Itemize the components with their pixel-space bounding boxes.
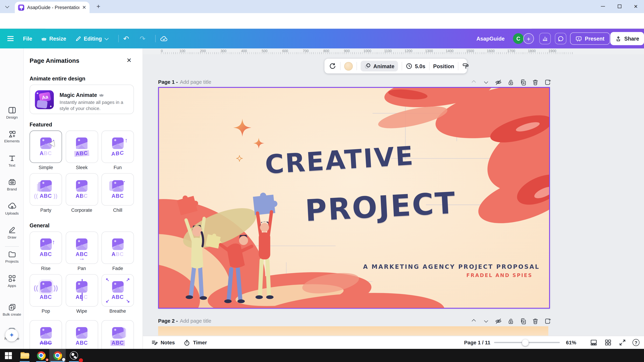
- position-button[interactable]: Position: [433, 63, 454, 69]
- new-tab-button[interactable]: +: [95, 3, 102, 10]
- animation-style-tile[interactable]: ABC Chill: [102, 173, 134, 212]
- animation-style-tile[interactable]: ABC: [30, 320, 62, 349]
- animation-style-tile[interactable]: ABC Rise: [30, 232, 62, 271]
- animation-style-tile[interactable]: ABC: [66, 320, 98, 349]
- timer-button[interactable]: Timer: [184, 336, 207, 349]
- zoom-level[interactable]: 61%: [566, 336, 576, 349]
- start-button[interactable]: [0, 349, 16, 362]
- sidebar-item-draw[interactable]: Draw: [0, 226, 24, 239]
- lock-page-icon[interactable]: [507, 318, 514, 325]
- clock-icon: [406, 63, 412, 69]
- redo-button[interactable]: ↷: [140, 29, 146, 48]
- page-indicator[interactable]: Page 1 / 11: [464, 336, 490, 349]
- account-name[interactable]: AsapGuide: [476, 29, 504, 48]
- sidebar-item-text[interactable]: Text: [0, 154, 24, 167]
- animation-style-tile[interactable]: ABC: [102, 320, 134, 349]
- paint-roller-icon[interactable]: [462, 62, 469, 70]
- menu-icon[interactable]: [7, 29, 14, 48]
- animation-style-icon: ABC: [102, 232, 134, 264]
- sidebar-item-uploads[interactable]: Uploads: [0, 202, 24, 215]
- animation-style-icon: ABC: [30, 232, 62, 264]
- sidebar-item-brand[interactable]: Brand: [0, 178, 24, 191]
- canvas-page-1[interactable]: CREATIVE PROJECT A MARKETING AGENCY PROJ…: [158, 87, 550, 309]
- window-restore-button[interactable]: [612, 0, 627, 13]
- design-subtitle[interactable]: A MARKETING AGENCY PROJECT PROPOSAL: [349, 264, 550, 270]
- fullscreen-icon[interactable]: [619, 339, 626, 346]
- share-button[interactable]: Share: [610, 32, 644, 45]
- user-avatar[interactable]: C: [513, 33, 524, 44]
- image-thumbnail-icon: [40, 137, 52, 149]
- sidebar-item-apps[interactable]: Apps: [0, 274, 24, 288]
- move-page-down-icon[interactable]: [483, 318, 490, 325]
- animation-style-icon: ABC: [30, 321, 62, 349]
- window-minimize-button[interactable]: [596, 0, 610, 13]
- sidebar-item-design[interactable]: Design: [0, 106, 24, 119]
- animation-style-tile[interactable]: ABC Pop: [30, 274, 62, 314]
- duplicate-page-icon[interactable]: [520, 318, 526, 325]
- add-member-button[interactable]: +: [523, 33, 534, 44]
- chevron-down-icon: [5, 4, 9, 8]
- browser-tab[interactable]: AsapGuide - Presentation ✕: [15, 1, 90, 13]
- notes-button[interactable]: Notes: [151, 336, 175, 349]
- animation-style-tile[interactable]: ABC Breathe: [102, 274, 134, 314]
- animation-style-tile[interactable]: ABC Pan: [66, 232, 98, 271]
- grid-view-icon[interactable]: [604, 339, 612, 346]
- animation-style-tile[interactable]: ABC Fade: [102, 232, 134, 271]
- chrome-profile-badge: [62, 358, 66, 362]
- chrome-window-2-button-active[interactable]: [49, 349, 66, 362]
- animation-style-tile[interactable]: ABC Fun: [102, 130, 134, 170]
- magic-animate-card[interactable]: ✦ Aa ✦ Magic Animate Instantly animate a…: [30, 84, 134, 114]
- zoom-slider[interactable]: [494, 342, 560, 343]
- comments-button[interactable]: [555, 33, 566, 44]
- move-page-up-icon[interactable]: [470, 79, 477, 86]
- window-close-button[interactable]: ✕: [628, 0, 643, 13]
- animation-style-label: Chill: [102, 208, 134, 213]
- panel-close-icon[interactable]: ✕: [126, 57, 132, 64]
- animation-style-tile[interactable]: ABC Sleek: [66, 130, 98, 170]
- cycle-transition-icon[interactable]: [329, 62, 336, 70]
- hide-page-icon[interactable]: [495, 79, 502, 86]
- design-byline[interactable]: FRADEL AND SPIES: [417, 273, 550, 278]
- file-explorer-button[interactable]: [16, 349, 33, 362]
- duplicate-page-icon[interactable]: [520, 79, 526, 86]
- present-button[interactable]: Present: [570, 32, 610, 44]
- duration-button[interactable]: 5.0s: [406, 63, 425, 69]
- tab-search-button[interactable]: [3, 3, 11, 11]
- page1-header: Page 1 - Add page title: [158, 79, 212, 85]
- resize-menu[interactable]: Resize: [41, 29, 66, 48]
- move-page-down-icon[interactable]: [483, 79, 490, 86]
- delete-page-icon[interactable]: [532, 318, 539, 325]
- animation-style-tile[interactable]: ABC Party: [30, 173, 62, 212]
- help-icon[interactable]: ?: [632, 339, 640, 346]
- share-upload-icon: [615, 35, 622, 42]
- canvas-page-2[interactable]: [158, 326, 548, 336]
- canva-assistant-button[interactable]: ✦: [6, 329, 18, 342]
- animate-button[interactable]: Animate: [361, 61, 398, 71]
- sidebar-item-elements[interactable]: Elements: [0, 130, 24, 143]
- editor-status-bar: Notes Timer Page 1 / 11 61% ?: [143, 336, 644, 349]
- insights-button[interactable]: [539, 33, 551, 44]
- lock-page-icon[interactable]: [507, 79, 514, 86]
- file-menu[interactable]: File: [23, 29, 32, 48]
- animation-style-tile[interactable]: ABC Wipe: [66, 274, 98, 314]
- animation-style-tile[interactable]: ABC Simple: [30, 130, 62, 170]
- add-page-icon[interactable]: [544, 79, 551, 86]
- move-page-up-icon[interactable]: [470, 318, 477, 325]
- obs-studio-button[interactable]: [66, 349, 82, 362]
- chrome-window-1-button[interactable]: [33, 349, 49, 362]
- zoom-slider-thumb[interactable]: [522, 339, 529, 346]
- page2-title-placeholder[interactable]: Add page title: [180, 318, 211, 324]
- page1-title-placeholder[interactable]: Add page title: [180, 79, 211, 85]
- add-page-icon[interactable]: [544, 318, 551, 325]
- editing-mode-menu[interactable]: Editing: [75, 29, 108, 48]
- presenter-view-icon[interactable]: [590, 339, 597, 346]
- tab-close-icon[interactable]: ✕: [82, 5, 86, 10]
- animation-style-tile[interactable]: ABC Corporate: [66, 173, 98, 212]
- background-color-swatch[interactable]: [344, 62, 353, 70]
- delete-page-icon[interactable]: [532, 79, 539, 86]
- hide-page-icon[interactable]: [495, 318, 502, 325]
- sidebar-item-bulk-create[interactable]: Bulk create: [0, 303, 24, 316]
- sidebar-item-projects[interactable]: Projects: [0, 250, 24, 263]
- undo-button[interactable]: ↶: [123, 29, 129, 48]
- image-thumbnail-icon: [112, 180, 124, 191]
